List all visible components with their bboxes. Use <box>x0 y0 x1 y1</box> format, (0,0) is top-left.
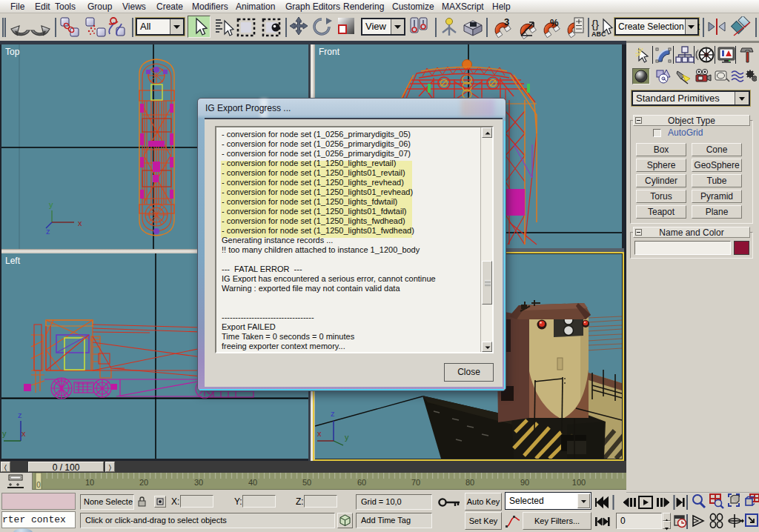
svg-text:x: x <box>317 429 322 438</box>
svg-text:z: z <box>18 410 22 419</box>
svg-text:x: x <box>21 429 26 438</box>
svg-text:z: z <box>331 409 335 418</box>
svg-text:60: 60 <box>357 478 366 487</box>
svg-text:10: 10 <box>85 478 94 487</box>
svg-text:x: x <box>78 219 82 227</box>
svg-text:70: 70 <box>411 478 420 487</box>
svg-text:90: 90 <box>520 478 529 487</box>
svg-text:40: 40 <box>248 478 257 487</box>
svg-text:100: 100 <box>572 478 586 487</box>
svg-text:z: z <box>46 227 50 236</box>
svg-text:20: 20 <box>139 478 148 487</box>
svg-text:y: y <box>49 200 53 209</box>
svg-text:30: 30 <box>194 478 203 487</box>
svg-text:{}: {} <box>591 18 599 30</box>
svg-text:y: y <box>345 433 349 442</box>
svg-text:y: y <box>2 429 7 438</box>
svg-text:80: 80 <box>465 478 474 487</box>
svg-text:50: 50 <box>302 478 311 487</box>
svg-text:%: % <box>550 17 559 28</box>
svg-text:3: 3 <box>504 16 509 27</box>
svg-text:0: 0 <box>36 481 41 489</box>
